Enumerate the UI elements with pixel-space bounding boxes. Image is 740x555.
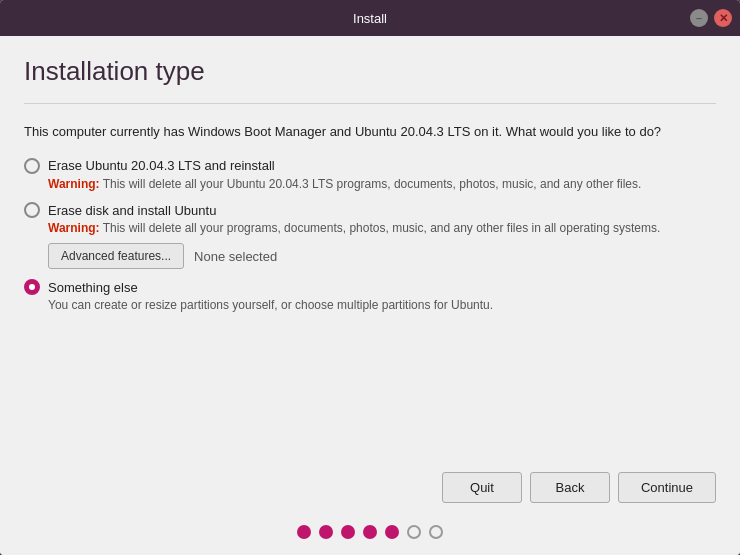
radio-something-else[interactable] xyxy=(24,279,40,295)
dot-7 xyxy=(429,525,443,539)
option-something-else: Something else You can create or resize … xyxy=(24,279,716,314)
options-area: Erase Ubuntu 20.04.3 LTS and reinstall W… xyxy=(24,158,716,457)
quit-button[interactable]: Quit xyxy=(442,472,522,503)
warning-prefix-1: Warning: xyxy=(48,177,100,191)
continue-button[interactable]: Continue xyxy=(618,472,716,503)
option-erase-disk: Erase disk and install Ubuntu Warning: T… xyxy=(24,202,716,269)
description-text: This computer currently has Windows Boot… xyxy=(24,122,716,142)
option-warning-2: Warning: This will delete all your progr… xyxy=(48,220,716,237)
option-erase-ubuntu: Erase Ubuntu 20.04.3 LTS and reinstall W… xyxy=(24,158,716,193)
page-title: Installation type xyxy=(24,56,716,87)
radio-erase-ubuntu[interactable] xyxy=(24,158,40,174)
close-button[interactable]: ✕ xyxy=(714,9,732,27)
progress-dots xyxy=(24,515,716,555)
something-else-desc: You can create or resize partitions your… xyxy=(48,297,716,314)
main-content: Installation type This computer currentl… xyxy=(0,36,740,555)
option-label-3[interactable]: Something else xyxy=(48,280,138,295)
warning-prefix-2: Warning: xyxy=(48,221,100,235)
radio-inner-3 xyxy=(29,284,35,290)
option-row-1[interactable]: Erase Ubuntu 20.04.3 LTS and reinstall xyxy=(24,158,716,174)
option-row-3[interactable]: Something else xyxy=(24,279,716,295)
option-row-2[interactable]: Erase disk and install Ubuntu xyxy=(24,202,716,218)
advanced-row: Advanced features... None selected xyxy=(48,243,716,269)
dot-4 xyxy=(363,525,377,539)
radio-erase-disk[interactable] xyxy=(24,202,40,218)
window-controls: – ✕ xyxy=(690,9,732,27)
minimize-button[interactable]: – xyxy=(690,9,708,27)
warning-text-1: This will delete all your Ubuntu 20.04.3… xyxy=(100,177,642,191)
divider xyxy=(24,103,716,104)
option-warning-1: Warning: This will delete all your Ubunt… xyxy=(48,176,716,193)
dot-3 xyxy=(341,525,355,539)
option-label-1[interactable]: Erase Ubuntu 20.04.3 LTS and reinstall xyxy=(48,158,275,173)
advanced-features-button[interactable]: Advanced features... xyxy=(48,243,184,269)
option-label-2[interactable]: Erase disk and install Ubuntu xyxy=(48,203,216,218)
button-row: Quit Back Continue xyxy=(24,456,716,515)
dot-5 xyxy=(385,525,399,539)
dot-2 xyxy=(319,525,333,539)
dot-1 xyxy=(297,525,311,539)
titlebar: Install – ✕ xyxy=(0,0,740,36)
window-title: Install xyxy=(353,11,387,26)
back-button[interactable]: Back xyxy=(530,472,610,503)
footer: Quit Back Continue xyxy=(24,456,716,555)
warning-text-2: This will delete all your programs, docu… xyxy=(100,221,661,235)
install-window: Install – ✕ Installation type This compu… xyxy=(0,0,740,555)
none-selected-label: None selected xyxy=(194,249,277,264)
dot-6 xyxy=(407,525,421,539)
